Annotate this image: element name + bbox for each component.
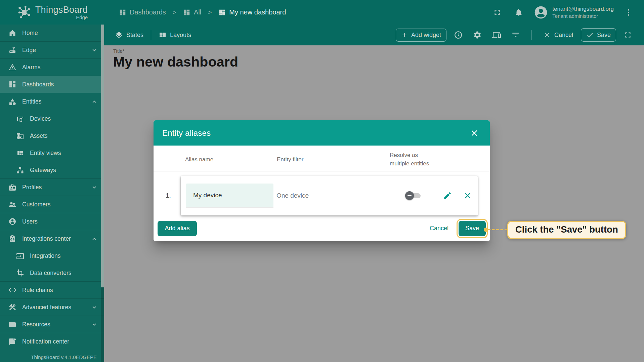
brand-logo[interactable]: ThingsBoard Edge xyxy=(0,0,104,25)
sidebar-item-entity-views[interactable]: Entity views xyxy=(0,145,104,162)
topbar-actions: tenant@thingsboard.org Tenant administra… xyxy=(490,5,644,20)
check-icon xyxy=(586,31,594,39)
add-alias-button[interactable]: Add alias xyxy=(158,221,197,236)
sidebar-item-alarms[interactable]: Alarms xyxy=(0,59,104,76)
dialog-header: Entity aliases xyxy=(154,120,490,146)
dialog-title: Entity aliases xyxy=(162,128,211,138)
layouts-button[interactable]: Layouts xyxy=(155,28,195,42)
sidebar-item-gateways[interactable]: Gateways xyxy=(0,162,104,179)
toolbar-save-label: Save xyxy=(597,32,611,39)
toolbar-save-button[interactable]: Save xyxy=(581,28,616,42)
sidebar-scrollbar[interactable] xyxy=(101,25,104,362)
sidebar-item-resources[interactable]: Resources xyxy=(0,316,104,333)
sidebar-item-rule-chains[interactable]: Rule chains xyxy=(0,282,104,299)
avatar xyxy=(533,5,548,20)
more-menu-button[interactable] xyxy=(622,6,635,19)
chevron-down-icon xyxy=(91,46,98,54)
sidebar-item-label: Entity views xyxy=(30,150,61,157)
fullscreen-icon xyxy=(493,8,502,17)
dashboard-icon xyxy=(8,80,16,88)
time-window-button[interactable] xyxy=(451,28,466,42)
sidebar-scrollbar-thumb[interactable] xyxy=(101,25,104,287)
add-widget-label: Add widget xyxy=(411,32,441,39)
dialog-cancel-button[interactable]: Cancel xyxy=(430,225,448,232)
chevron-up-icon xyxy=(91,98,98,106)
integrations-center-icon xyxy=(8,235,16,243)
toolbar-cancel-label: Cancel xyxy=(554,32,573,39)
devices-responsive-icon xyxy=(492,31,501,39)
breadcrumb-label: All xyxy=(194,8,201,16)
sidebar-item-label: Notification center xyxy=(22,338,69,345)
column-alias-name: Alias name xyxy=(185,156,213,164)
dashboard-icon xyxy=(218,9,226,16)
sidebar-item-label: Alarms xyxy=(22,64,40,71)
sidebar-item-label: Edge xyxy=(22,47,36,54)
sidebar-item-profiles[interactable]: Profiles xyxy=(0,179,104,196)
sidebar-item-data-converters[interactable]: Data converters xyxy=(0,265,104,282)
breadcrumb-separator: > xyxy=(171,9,178,16)
sidebar-item-label: Home xyxy=(22,30,38,37)
lan-icon xyxy=(16,166,24,174)
sidebar-item-edge[interactable]: Edge xyxy=(0,42,104,59)
edit-alias-button[interactable] xyxy=(440,188,455,203)
sidebar-item-label: Profiles xyxy=(22,184,42,191)
clock-icon xyxy=(454,31,463,39)
fullscreen-button[interactable] xyxy=(490,6,504,19)
bell-icon xyxy=(514,8,523,17)
breadcrumb-item-dashboards[interactable]: Dashboards xyxy=(119,8,166,16)
sidebar-item-label: Data converters xyxy=(30,270,72,277)
breadcrumb-item-all[interactable]: All xyxy=(183,8,201,16)
sidebar-item-integrations-center[interactable]: Integrations center xyxy=(0,230,104,247)
more-vert-icon xyxy=(624,8,633,17)
sidebar-item-advanced-features[interactable]: Advanced features xyxy=(0,299,104,316)
resolve-multiple-toggle[interactable] xyxy=(405,191,422,200)
sidebar-item-dashboards[interactable]: Dashboards xyxy=(0,76,104,93)
settings-ethernet-icon xyxy=(8,286,16,294)
states-label: States xyxy=(126,32,143,39)
sidebar-item-notification-center[interactable]: Notification center xyxy=(0,333,104,350)
dialog-save-button[interactable]: Save xyxy=(459,221,486,236)
entity-aliases-dialog: Entity aliases Alias name Entity filter … xyxy=(154,120,490,241)
alias-name-input[interactable] xyxy=(186,184,273,207)
alias-table-header: Alias name Entity filter Resolve as mult… xyxy=(154,146,490,171)
layouts-label: Layouts xyxy=(170,32,191,39)
settings-button[interactable] xyxy=(470,28,485,42)
toolbar-cancel-button[interactable]: Cancel xyxy=(540,29,576,41)
filter-button[interactable] xyxy=(508,28,523,42)
sidebar-item-integrations[interactable]: Integrations xyxy=(0,247,104,265)
annotation-connector xyxy=(488,229,507,230)
plus-icon xyxy=(401,32,408,38)
user-menu[interactable]: tenant@thingsboard.org Tenant administra… xyxy=(533,5,614,20)
breadcrumb: Dashboards > All > My new dashboard xyxy=(119,8,286,16)
pencil-icon xyxy=(443,191,452,200)
layers-icon xyxy=(115,31,123,39)
user-info: tenant@thingsboard.org Tenant administra… xyxy=(552,6,614,19)
sidebar-item-customers[interactable]: Customers xyxy=(0,196,104,213)
construction-icon xyxy=(8,303,16,311)
column-resolve-multiple: Resolve as multiple entities xyxy=(390,151,434,168)
version-label: ThingsBoard v.4.1.0EDGEPE xyxy=(31,354,97,360)
close-icon xyxy=(470,128,479,138)
manage-layouts-button[interactable] xyxy=(489,28,504,42)
toolbar-fullscreen-button[interactable] xyxy=(620,28,635,42)
toolbar-divider xyxy=(531,30,532,40)
sidebar-item-entities[interactable]: Entities xyxy=(0,93,104,110)
annotation-tooltip: Click the "Save" button xyxy=(507,221,626,239)
breadcrumb-item-current[interactable]: My new dashboard xyxy=(218,8,286,16)
remove-alias-button[interactable] xyxy=(460,188,475,203)
sidebar-item-assets[interactable]: Assets xyxy=(0,127,104,145)
dialog-close-button[interactable] xyxy=(468,126,481,140)
dashboard-icon xyxy=(119,9,126,16)
brand-title: ThingsBoard xyxy=(35,5,88,15)
states-button[interactable]: States xyxy=(112,28,147,42)
sidebar-item-users[interactable]: Users xyxy=(0,213,104,230)
notifications-button[interactable] xyxy=(512,6,525,19)
alias-row-card: One device xyxy=(181,176,478,215)
dashboard-icon xyxy=(183,9,190,16)
brand-subtitle: Edge xyxy=(76,14,88,20)
sidebar-item-home[interactable]: Home xyxy=(0,25,104,42)
entity-filter-value: One device xyxy=(276,192,309,199)
sidebar-item-devices[interactable]: Devices xyxy=(0,110,104,127)
add-widget-button[interactable]: Add widget xyxy=(396,29,446,42)
dialog-footer-actions: Cancel Save xyxy=(430,221,486,236)
